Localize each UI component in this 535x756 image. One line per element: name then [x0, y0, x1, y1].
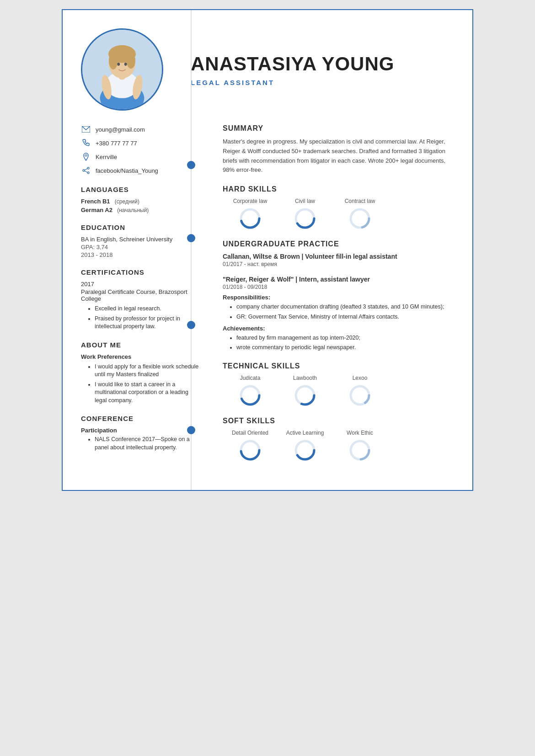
skill-civil-law: Civil law	[278, 198, 332, 230]
phone-icon	[81, 138, 91, 148]
lang-note-1: (начальный)	[114, 207, 149, 213]
practice-item-0: Callanan, Wiltse & Brown | Volunteer fil…	[223, 253, 454, 267]
svg-point-14	[83, 170, 85, 171]
contact-email: young@gmail.com	[81, 124, 200, 134]
dates-0: 01/2017 - наст. время	[223, 261, 454, 267]
timeline-dot-0	[187, 161, 195, 169]
full-name: ANASTASIYA YOUNG	[191, 53, 454, 75]
dates-1: 01/2018 - 09/2018	[223, 284, 454, 290]
two-column-layout: young@gmail.com +380 777 77 77 Kerrville	[81, 124, 454, 472]
skill-label-contract: Contract law	[345, 198, 375, 204]
timeline-dot-2	[187, 321, 195, 329]
soft-skills-section: SOFT SKILLS Detail Oriented Active Learn…	[223, 417, 454, 462]
lang-item-1: German A2 (начальный)	[81, 207, 200, 213]
location-value: Kerrville	[96, 154, 117, 160]
hard-skills-row: Corporate law Civil law	[223, 198, 454, 230]
skill-detail: Detail Oriented	[223, 430, 278, 462]
skill-judicata: Judicata	[223, 375, 278, 407]
contact-phone: +380 777 77 77	[81, 138, 200, 148]
svg-line-18	[85, 171, 87, 172]
work-preferences-title: Work Preferences	[81, 353, 200, 360]
edu-years: 2013 - 2018	[81, 251, 200, 258]
practice-item-1: "Reiger, Reiger & Wolf" | Intern, assist…	[223, 276, 454, 352]
conference-participation-label: Participation	[81, 427, 200, 434]
resp-item-1: GR: Goverment Tax Service, Ministry of I…	[236, 313, 454, 321]
edu-gpa: GPA: 3,74	[81, 244, 200, 250]
location-icon	[81, 152, 91, 162]
languages-section: LANGUAGES French B1 (средний) German A2 …	[81, 186, 200, 213]
phone-value: +380 777 77 77	[96, 140, 137, 147]
summary-section: SUMMARY Master's degree in progress. My …	[223, 124, 454, 175]
header-section: ANASTASIYA YOUNG LEGAL ASSISTANT	[81, 28, 454, 111]
conf-bullet-0: NALS Conference 2017—Spoke on a panel ab…	[95, 436, 200, 452]
skill-label-detail: Detail Oriented	[232, 430, 268, 436]
about-me-title: ABOUT ME	[81, 341, 200, 349]
svg-point-11	[124, 63, 127, 66]
lang-name-0: French B1	[81, 198, 110, 205]
languages-title: LANGUAGES	[81, 186, 200, 193]
cert-bullets: Excelled in legal research. Praised by p…	[81, 305, 200, 331]
achieve-item-1: wrote commentary to periodic legal newsp…	[236, 343, 454, 352]
cert-title: CERTIFICATIONS	[81, 268, 200, 276]
soft-skills-row: Detail Oriented Active Learning	[223, 430, 454, 462]
skill-label-corporate: Corporate law	[233, 198, 268, 204]
achieve-label: Achievements:	[223, 325, 454, 332]
skill-label-learning: Active Learning	[286, 430, 324, 436]
email-value: young@gmail.com	[96, 126, 145, 133]
company-0: Callanan, Wiltse & Brown | Volunteer fil…	[223, 253, 454, 260]
resp-item-0: company charter documentation drafting (…	[236, 303, 454, 311]
technical-skills-title: TECHNICAL SKILLS	[223, 362, 454, 370]
skill-learning: Active Learning	[278, 430, 332, 462]
education-title: EDUCATION	[81, 224, 200, 231]
achievements-list: featured by firm management as top inter…	[223, 334, 454, 352]
skill-lexoo: Lexoo	[332, 375, 387, 407]
technical-skills-section: TECHNICAL SKILLS Judicata Lawbooth	[223, 362, 454, 407]
lang-item-0: French B1 (средний)	[81, 198, 200, 205]
certifications-section: CERTIFICATIONS 2017 Paralegal Certificat…	[81, 268, 200, 331]
achieve-item-0: featured by firm management as top inter…	[236, 334, 454, 342]
about-bullet-0: I would apply for a flexible work schedu…	[95, 363, 200, 379]
skill-label-ethic: Work Ethic	[347, 430, 373, 436]
job-title: LEGAL ASSISTANT	[191, 79, 454, 86]
tech-skills-row: Judicata Lawbooth Le	[223, 375, 454, 407]
svg-point-6	[109, 52, 118, 69]
timeline-dot-3	[187, 426, 195, 434]
header-text: ANASTASIYA YOUNG LEGAL ASSISTANT	[182, 53, 454, 86]
practice-title: UNDERGRADUATE PRACTICE	[223, 240, 454, 248]
lang-name-1: German A2	[81, 207, 112, 213]
email-icon	[81, 124, 91, 134]
conference-title: CONFERENCE	[81, 415, 200, 422]
practice-section: UNDERGRADUATE PRACTICE Callanan, Wiltse …	[223, 240, 454, 352]
summary-text: Master's degree in progress. My speciali…	[223, 137, 454, 175]
about-bullet-1: I would like to start a career in a mult…	[95, 381, 200, 405]
contact-location: Kerrville	[81, 152, 200, 162]
svg-point-13	[85, 154, 87, 156]
summary-title: SUMMARY	[223, 124, 454, 133]
cert-bullet-1: Praised by professor for project in inte…	[95, 315, 200, 331]
svg-point-15	[87, 167, 89, 169]
hard-skills-section: HARD SKILLS Corporate law Civil law	[223, 185, 454, 230]
lang-note-0: (средний)	[112, 198, 139, 205]
left-column: young@gmail.com +380 777 77 77 Kerrville	[81, 124, 209, 472]
about-me-bullets: I would apply for a flexible work schedu…	[81, 363, 200, 405]
about-me-section: ABOUT ME Work Preferences I would apply …	[81, 341, 200, 405]
social-value: facebook/Nastia_Young	[96, 167, 158, 174]
skill-label-civil: Civil law	[295, 198, 315, 204]
svg-point-10	[117, 63, 120, 66]
skill-label-lawbooth: Lawbooth	[293, 375, 317, 381]
skill-label-lexoo: Lexoo	[353, 375, 368, 381]
conference-bullets: NALS Conference 2017—Spoke on a panel ab…	[81, 436, 200, 452]
skill-corporate-law: Corporate law	[223, 198, 278, 230]
conference-section: CONFERENCE Participation NALS Conference…	[81, 415, 200, 452]
skill-lawbooth: Lawbooth	[278, 375, 332, 407]
company-1: "Reiger, Reiger & Wolf" | Intern, assist…	[223, 276, 454, 283]
responsibilities-list: company charter documentation drafting (…	[223, 303, 454, 321]
social-icon	[81, 165, 91, 176]
edu-school: BA in English, Schreiner University	[81, 236, 200, 243]
resp-label: Responsibilities:	[223, 294, 454, 301]
contact-social: facebook/Nastia_Young	[81, 165, 200, 176]
right-column: SUMMARY Master's degree in progress. My …	[209, 124, 454, 472]
svg-line-17	[85, 169, 87, 170]
skill-work-ethic: Work Ethic	[332, 430, 387, 462]
resume-document: ANASTASIYA YOUNG LEGAL ASSISTANT young@g…	[62, 9, 473, 491]
